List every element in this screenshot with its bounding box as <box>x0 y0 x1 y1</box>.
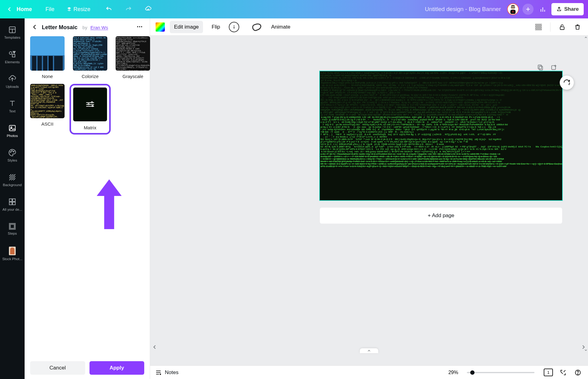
preset-thumb[interactable] <box>30 36 65 71</box>
apply-button[interactable]: Apply <box>89 361 145 375</box>
svg-rect-28 <box>13 202 15 205</box>
preset-grid: None PC&-# &aN{}EdC:URda +DT691 RK 9j$C>… <box>25 36 150 135</box>
panel-author[interactable]: Eran Ws <box>90 25 108 30</box>
page-strip-handle[interactable] <box>360 348 378 353</box>
rail-label: Background <box>0 183 24 187</box>
page-count-badge[interactable]: 1 <box>543 367 554 378</box>
panel-footer: Cancel Apply <box>25 357 150 379</box>
vertical-scrollbar[interactable] <box>584 36 587 352</box>
rail-label: Stock Phot... <box>0 257 24 261</box>
prev-page-icon[interactable] <box>152 344 157 351</box>
rail-label: Steps <box>0 232 24 235</box>
animate-button[interactable]: Animate <box>267 21 295 33</box>
fullscreen-icon[interactable] <box>558 367 568 378</box>
rail-allyour[interactable]: All your de... <box>0 193 25 216</box>
svg-rect-20 <box>9 125 15 131</box>
svg-point-16 <box>9 52 12 54</box>
regenerate-fab[interactable] <box>560 76 574 90</box>
svg-point-44 <box>569 84 569 84</box>
rail-elements[interactable]: Elements <box>0 46 25 68</box>
footer-bar: Notes 29% 1 <box>150 365 588 379</box>
color-swatch[interactable] <box>155 22 165 32</box>
rail-uploads[interactable]: Uploads <box>0 71 25 93</box>
context-toolbar: Edit image Flip Animate <box>150 18 588 36</box>
rail-label: Elements <box>0 60 24 64</box>
zoom-slider[interactable] <box>467 372 534 373</box>
panel-title: Letter Mosaic <box>42 24 77 31</box>
avatar[interactable] <box>507 3 519 15</box>
cloud-sync-icon[interactable] <box>143 4 154 15</box>
rail-templates[interactable]: Templates <box>0 21 25 44</box>
redo-icon[interactable] <box>123 4 134 15</box>
notes-button[interactable]: Notes <box>155 369 178 376</box>
add-page-button[interactable]: + Add page <box>320 208 562 224</box>
rail-text[interactable]: Text <box>0 95 25 117</box>
svg-marker-1 <box>67 9 71 11</box>
share-button[interactable]: Share <box>551 3 584 15</box>
preset-matrix[interactable]: Matrix <box>70 84 111 135</box>
insights-icon[interactable] <box>537 4 548 15</box>
panel-back-icon[interactable] <box>31 24 39 31</box>
svg-rect-26 <box>13 199 15 201</box>
zoom-value[interactable]: 29% <box>448 370 458 375</box>
svg-rect-27 <box>9 202 12 205</box>
resize-label: Resize <box>74 6 90 13</box>
lock-icon[interactable] <box>557 21 568 33</box>
notes-label: Notes <box>165 369 178 376</box>
svg-point-23 <box>12 150 13 151</box>
rail-steps[interactable]: Steps <box>0 218 25 240</box>
home-button[interactable]: Home <box>17 6 32 13</box>
svg-rect-40 <box>539 66 542 70</box>
transparency-icon[interactable] <box>533 21 544 33</box>
resize-menu[interactable]: Resize <box>67 6 90 13</box>
preset-label: ASCII <box>41 121 53 127</box>
preset-ascii[interactable]: wGRQ>A|0gFd3%D$%' tB01z1 hV3o i~p<aE4**J… <box>30 84 65 135</box>
svg-rect-41 <box>552 66 556 70</box>
trash-icon[interactable] <box>572 21 583 33</box>
preset-label: None <box>42 74 53 79</box>
canvas[interactable]: KJ53 7fL5rj~B%F,^J { 1 9 c l'#U MNh J Hd… <box>320 71 562 200</box>
callout-arrow-icon <box>95 175 123 233</box>
panel-more-icon[interactable] <box>136 23 143 31</box>
preset-thumb[interactable]: wGRQ>A|0gFd3%D$%' tB01z1 hV3o i~p<aE4**J… <box>30 84 65 118</box>
preset-label: Matrix <box>84 125 97 131</box>
rail-label: Uploads <box>0 85 24 88</box>
left-rail: Templates Elements Uploads Text Photos S… <box>0 18 25 379</box>
help-icon[interactable] <box>573 367 583 378</box>
cancel-button[interactable]: Cancel <box>30 361 85 375</box>
duplicate-page-icon[interactable] <box>536 63 545 72</box>
file-menu[interactable]: File <box>46 6 54 13</box>
preset-thumb[interactable]: PC&-# &aN{}EdC:URda +DT691 RK 9j$C>'%Uxv… <box>73 36 107 71</box>
svg-marker-0 <box>67 7 71 9</box>
svg-rect-7 <box>512 11 513 13</box>
preset-grayscale[interactable]: BDXpa7Utt{NxOL xc=<J{siO%n}s~ R<gY@=s3S'… <box>116 36 150 79</box>
preset-colorize[interactable]: PC&-# &aN{}EdC:URda +DT691 RK 9j$C>'%Uxv… <box>70 36 111 79</box>
back-chevron-icon[interactable] <box>4 4 15 14</box>
invite-plus-icon[interactable] <box>522 4 534 15</box>
rail-background[interactable]: Background <box>0 169 25 191</box>
undo-icon[interactable] <box>103 4 114 15</box>
svg-rect-25 <box>9 199 12 201</box>
preset-none[interactable]: None <box>30 36 65 79</box>
new-page-icon[interactable] <box>549 63 558 72</box>
rail-label: All your de... <box>0 208 24 211</box>
doc-title[interactable]: Untitled design - Blog Banner <box>425 6 501 13</box>
rail-label: Templates <box>0 36 24 39</box>
rail-photos[interactable]: Photos <box>0 120 25 142</box>
zoom-knob[interactable] <box>470 370 475 375</box>
svg-rect-37 <box>535 24 542 30</box>
rail-stockphotos[interactable]: Stock Phot... <box>0 243 25 265</box>
svg-point-3 <box>511 6 515 10</box>
edit-image-button[interactable]: Edit image <box>170 21 203 33</box>
svg-rect-38 <box>560 27 564 29</box>
crop-visibility-icon[interactable] <box>251 22 262 32</box>
workspace: Edit image Flip Animate KJ53 7fL5rj~B%F,… <box>150 18 588 379</box>
info-icon[interactable] <box>229 22 239 32</box>
canvas-stage[interactable]: KJ53 7fL5rj~B%F,^J { 1 9 c l'#U MNh J Hd… <box>150 36 588 365</box>
preset-thumb[interactable]: BDXpa7Utt{NxOL xc=<J{siO%n}s~ R<gY@=s3S'… <box>116 36 150 71</box>
rail-styles[interactable]: Styles <box>0 144 25 166</box>
preset-label: Grayscale <box>122 74 143 79</box>
preset-thumb[interactable] <box>73 87 108 122</box>
flip-button[interactable]: Flip <box>207 21 224 33</box>
top-bar: Home File Resize Untitled design - Blog … <box>0 0 588 18</box>
